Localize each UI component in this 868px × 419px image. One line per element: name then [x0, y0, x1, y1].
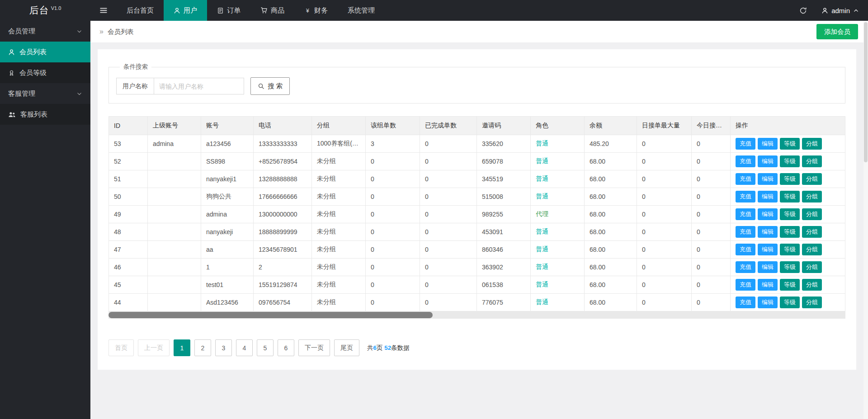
vertical-scrollbar-thumb[interactable] [864, 22, 868, 162]
nav-item-menu-5[interactable]: 系统管理 [338, 0, 385, 21]
user-menu[interactable]: admin [815, 0, 868, 21]
cell-group_orders: 0 [366, 294, 420, 311]
role-badge: 普通 [536, 228, 548, 235]
page-button-page-2[interactable]: 2 [194, 339, 211, 356]
recharge-button[interactable]: 充值 [736, 138, 755, 150]
sidebar-toggle-button[interactable] [90, 0, 117, 21]
recharge-button[interactable]: 充值 [736, 226, 755, 238]
sidebar-item-0[interactable]: 会员管理 [0, 21, 90, 42]
username-search-input[interactable] [154, 78, 244, 94]
page-button-page-5[interactable]: 5 [257, 339, 274, 356]
recharge-button[interactable]: 充值 [736, 208, 755, 220]
cell-invite: 453091 [477, 223, 531, 241]
cell-group_orders: 0 [366, 188, 420, 206]
nav-item-order[interactable]: 订单 [207, 0, 250, 21]
nav-item-menu-0[interactable]: 后台首页 [117, 0, 164, 21]
sidebar-item-3[interactable]: 客服管理 [0, 83, 90, 104]
level-button[interactable]: 等级 [780, 279, 800, 291]
level-button[interactable]: 等级 [780, 297, 800, 308]
recharge-button[interactable]: 充值 [736, 244, 755, 255]
user-avatar-icon [821, 7, 828, 14]
group-button[interactable]: 分组 [802, 173, 822, 185]
edit-button[interactable]: 编辑 [758, 226, 778, 238]
page-button-next[interactable]: 下一页 [298, 339, 330, 356]
group-button[interactable]: 分组 [802, 138, 822, 150]
edit-button[interactable]: 编辑 [758, 138, 778, 150]
level-button[interactable]: 等级 [780, 208, 800, 220]
finance-icon: ¥ [304, 7, 311, 14]
group-button[interactable]: 分组 [802, 155, 822, 167]
nav-item-finance[interactable]: ¥财务 [294, 0, 338, 21]
sidebar-item-1[interactable]: 会员列表 [0, 42, 90, 62]
group-button[interactable]: 分组 [802, 226, 822, 238]
level-button[interactable]: 等级 [780, 173, 800, 185]
edit-button[interactable]: 编辑 [758, 173, 778, 185]
page-button-prev: 上一页 [138, 339, 170, 356]
group-button[interactable]: 分组 [802, 279, 822, 291]
page-button-page-1[interactable]: 1 [174, 339, 190, 356]
cell-balance: 68.00 [585, 206, 637, 223]
cell-daily_max: 0 [637, 276, 692, 294]
page-button-first: 首页 [108, 339, 134, 356]
cell-actions: 充值编辑等级分组禁用 [731, 294, 845, 311]
cell-completed: 0 [420, 241, 477, 259]
nav-item-user[interactable]: 用户 [164, 0, 207, 21]
table-row: 52SS898+8525678954未分组00659078普通68.0000充值… [109, 153, 845, 170]
sidebar-item-4[interactable]: 客服列表 [0, 104, 90, 125]
edit-button[interactable]: 编辑 [758, 297, 778, 308]
page-title: 会员列表 [108, 28, 134, 36]
nav-item-goods[interactable]: 商品 [250, 0, 294, 21]
search-button[interactable]: 搜 索 [250, 77, 290, 95]
role-badge: 普通 [536, 157, 548, 165]
recharge-button[interactable]: 充值 [736, 173, 755, 185]
level-button[interactable]: 等级 [780, 155, 800, 167]
cell-id: 52 [109, 153, 148, 170]
horizontal-scrollbar-thumb[interactable] [108, 312, 433, 318]
group-button[interactable]: 分组 [802, 297, 822, 308]
refresh-icon [799, 7, 807, 14]
group-button[interactable]: 分组 [802, 244, 822, 255]
group-button[interactable]: 分组 [802, 261, 822, 273]
sidebar-item-2[interactable]: 会员等级 [0, 62, 90, 83]
level-button[interactable]: 等级 [780, 138, 800, 150]
group-button[interactable]: 分组 [802, 191, 822, 202]
page-button-page-4[interactable]: 4 [236, 339, 253, 356]
cell-actions: 充值编辑等级分组禁用 [731, 206, 845, 223]
member-table-wrap: ID上级账号账号电话分组该组单数已完成单数邀请码角色余额日接单最大量今日接单数操… [108, 116, 845, 319]
edit-button[interactable]: 编辑 [758, 261, 778, 273]
cell-daily_max: 0 [637, 223, 692, 241]
order-icon [217, 7, 224, 14]
level-button[interactable]: 等级 [780, 244, 800, 255]
level-button[interactable]: 等级 [780, 191, 800, 202]
page-button-last[interactable]: 尾页 [334, 339, 359, 356]
level-button[interactable]: 等级 [780, 261, 800, 273]
edit-button[interactable]: 编辑 [758, 191, 778, 202]
recharge-button[interactable]: 充值 [736, 155, 755, 167]
add-member-button[interactable]: 添加会员 [816, 24, 858, 39]
level-button[interactable]: 等级 [780, 226, 800, 238]
cell-account: test01 [201, 276, 254, 294]
group-button[interactable]: 分组 [802, 208, 822, 220]
cell-phone: 18888899999 [254, 223, 312, 241]
recharge-button[interactable]: 充值 [736, 297, 755, 308]
recharge-button[interactable]: 充值 [736, 191, 755, 202]
cell-today: 0 [692, 135, 731, 153]
recharge-button[interactable]: 充值 [736, 261, 755, 273]
edit-button[interactable]: 编辑 [758, 244, 778, 255]
cell-parent: admina [148, 135, 201, 153]
edit-button[interactable]: 编辑 [758, 208, 778, 220]
cell-balance: 68.00 [585, 153, 637, 170]
recharge-button[interactable]: 充值 [736, 279, 755, 291]
breadcrumb-arrows-icon: » [99, 28, 104, 36]
edit-button[interactable]: 编辑 [758, 279, 778, 291]
cell-completed: 0 [420, 170, 477, 188]
refresh-button[interactable] [791, 0, 815, 21]
edit-button[interactable]: 编辑 [758, 155, 778, 167]
cell-phone: 2 [254, 259, 312, 276]
page-button-page-3[interactable]: 3 [215, 339, 232, 356]
cell-account: admina [201, 206, 254, 223]
sidebar-item-label: 客服列表 [20, 110, 47, 119]
page-button-page-6[interactable]: 6 [278, 339, 294, 356]
cell-actions: 充值编辑等级分组禁用 [731, 135, 845, 153]
cell-phone: +8525678954 [254, 153, 312, 170]
